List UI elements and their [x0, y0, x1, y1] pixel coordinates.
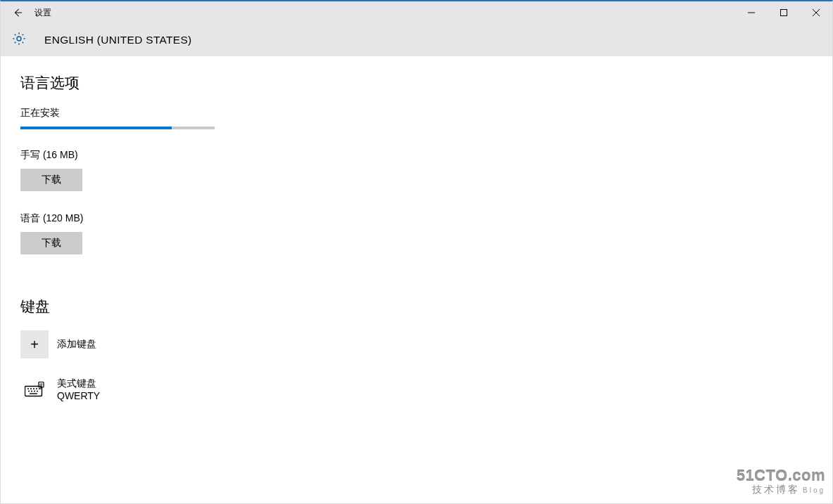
header-language-title: ENGLISH (UNITED STATES) — [44, 34, 192, 46]
back-button[interactable] — [1, 1, 34, 24]
download-speech-button[interactable]: 下载 — [20, 232, 82, 254]
svg-rect-5 — [25, 387, 42, 396]
keyboard-item-row[interactable]: 拼 美式键盘 QWERTY — [20, 375, 813, 403]
keyboard-icon: 拼 — [20, 375, 49, 403]
download-handwriting-button[interactable]: 下载 — [20, 169, 82, 191]
minimize-button[interactable] — [735, 1, 768, 24]
add-keyboard-row[interactable]: + 添加键盘 — [20, 330, 813, 358]
install-progress-bar — [20, 127, 215, 129]
maximize-button[interactable] — [768, 1, 800, 24]
keyboard-item-layout: QWERTY — [57, 389, 100, 402]
gear-icon — [11, 31, 44, 49]
section-title-language-options: 语言选项 — [20, 73, 813, 93]
svg-point-4 — [17, 37, 21, 41]
speech-label: 语音 (120 MB) — [20, 212, 813, 225]
content-area: 语言选项 正在安装 手写 (16 MB) 下载 语音 (120 MB) 下载 键… — [1, 56, 832, 503]
svg-rect-1 — [781, 10, 787, 16]
feature-handwriting: 手写 (16 MB) 下载 — [20, 149, 813, 191]
arrow-left-icon — [13, 8, 23, 18]
window-title: 设置 — [34, 7, 51, 19]
plus-icon: + — [20, 330, 49, 358]
maximize-icon — [780, 9, 787, 16]
minimize-icon — [748, 9, 755, 16]
feature-speech: 语音 (120 MB) 下载 — [20, 212, 813, 254]
settings-window: 设置 ENGLISH (UNITED STATES) 语言选项 正在安装 — [0, 0, 833, 504]
keyboard-item-text: 美式键盘 QWERTY — [57, 377, 100, 402]
handwriting-label: 手写 (16 MB) — [20, 149, 813, 162]
install-status-text: 正在安装 — [20, 107, 813, 119]
close-icon — [813, 9, 820, 16]
add-keyboard-label: 添加键盘 — [57, 338, 96, 351]
window-controls — [735, 1, 832, 24]
titlebar: 设置 — [1, 1, 832, 24]
section-title-keyboard: 键盘 — [20, 297, 813, 316]
header-bar: ENGLISH (UNITED STATES) — [1, 24, 832, 56]
install-progress-fill — [20, 127, 172, 129]
svg-text:拼: 拼 — [39, 382, 43, 387]
keyboard-item-name: 美式键盘 — [57, 377, 100, 389]
close-button[interactable] — [800, 1, 832, 24]
